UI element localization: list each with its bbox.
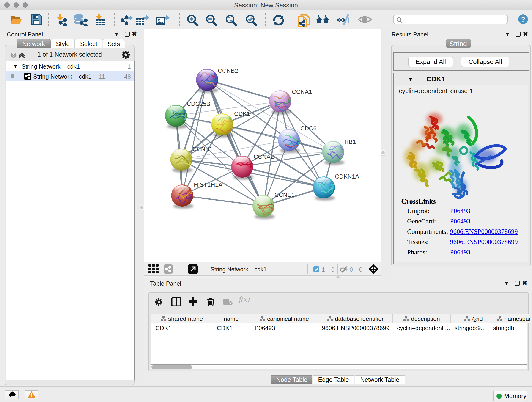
svg-text:CDK1: CDK1	[234, 110, 250, 117]
svg-text:RB1: RB1	[344, 138, 356, 145]
svg-text:CDC6: CDC6	[300, 125, 317, 132]
svg-text:CCNA1: CCNA1	[292, 88, 312, 95]
svg-text:?: ?	[521, 15, 525, 23]
svg-text:CCNB2: CCNB2	[218, 67, 238, 74]
svg-text:CDKN1A: CDKN1A	[335, 173, 359, 180]
svg-text:HIST1H1A: HIST1H1A	[194, 181, 222, 188]
svg-text:CCNA2: CCNA2	[254, 153, 274, 160]
svg-text:CCNB1: CCNB1	[192, 146, 213, 153]
svg-text:CCNE1: CCNE1	[274, 191, 295, 198]
svg-text:CDC25B: CDC25B	[187, 100, 210, 107]
